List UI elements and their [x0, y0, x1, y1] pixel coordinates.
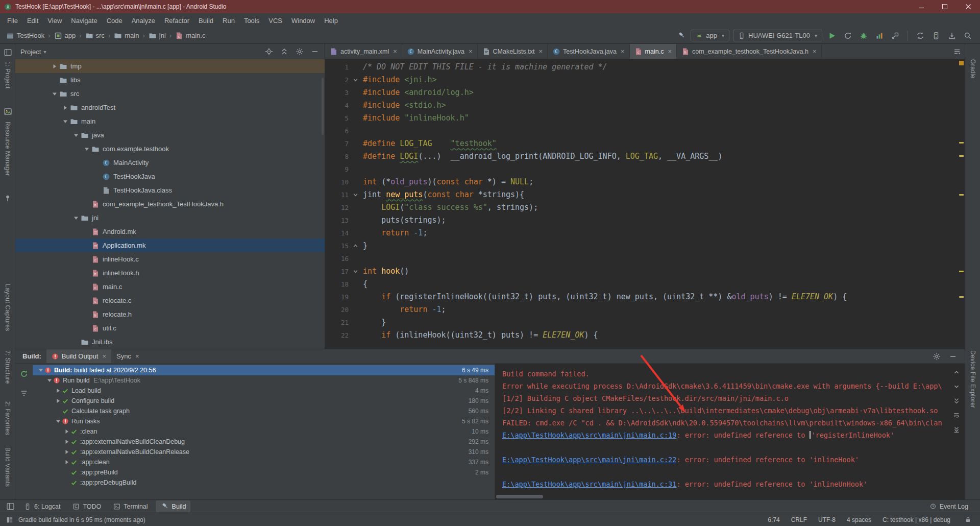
code-line[interactable]: 4#include <stdio.h> [325, 99, 965, 112]
debug-button[interactable] [857, 30, 870, 42]
menu-window[interactable]: Window [287, 15, 320, 27]
tree-item-libs[interactable]: libs [15, 73, 325, 87]
hide-button[interactable] [948, 352, 958, 361]
build-item-configure-build[interactable]: Configure build180 ms [33, 396, 495, 406]
avd-manager-button[interactable] [930, 30, 942, 42]
breadcrumb-main-c[interactable]: cmain.c [175, 32, 205, 40]
code-line[interactable]: 3#include <android/log.h> [325, 86, 965, 99]
minimize-button[interactable] [910, 0, 933, 13]
editor-tab-activity-main-xml[interactable]: activity_main.xml× [325, 44, 402, 59]
profile-button[interactable] [873, 30, 886, 42]
breadcrumb-main[interactable]: main [114, 32, 139, 40]
build-item-app-externalnativebuildcleanrelease[interactable]: :app:externalNativeBuildCleanRelease310 … [33, 447, 495, 457]
tool-window-switcher-icon[interactable] [6, 516, 13, 523]
close-tab-icon[interactable]: × [393, 48, 397, 55]
menu-tools[interactable]: Tools [239, 15, 264, 27]
tree-item-androidtest[interactable]: androidTest [15, 101, 325, 114]
tree-item-jni[interactable]: jni [15, 211, 325, 225]
fold-marker[interactable] [351, 269, 360, 274]
breadcrumb-app[interactable]: app [54, 32, 76, 40]
tree-item-relocate-c[interactable]: crelocate.c [15, 294, 325, 307]
file-encoding[interactable]: UTF-8 [818, 516, 836, 523]
apply-changes-button[interactable] [842, 30, 854, 42]
tree-item-java[interactable]: java [15, 128, 325, 142]
tool-button-gradle[interactable]: Gradle [965, 59, 980, 79]
build-item-run-tasks[interactable]: Run tasks5 s 82 ms [33, 416, 495, 426]
menu-refactor[interactable]: Refactor [160, 15, 194, 27]
caret-position[interactable]: 6:74 [768, 516, 779, 523]
tab-list-button[interactable] [949, 44, 965, 59]
tool-button-pin[interactable] [0, 194, 15, 202]
tool-button-terminal[interactable]: Terminal [109, 501, 152, 512]
tree-item-util-c[interactable]: cutil.c [15, 321, 325, 335]
editor-tab-cmakelists-txt[interactable]: CMakeLists.txt× [478, 44, 548, 59]
menu-navigate[interactable]: Navigate [66, 15, 102, 27]
chevron-down-button[interactable] [952, 382, 961, 391]
fold-marker[interactable] [351, 243, 360, 249]
menu-analyze[interactable]: Analyze [127, 15, 160, 27]
code-line[interactable]: 8#define LOGI(...) __android_log_print(A… [325, 150, 965, 163]
editor-tab-testhookjava-java[interactable]: CTestHookJava.java× [548, 44, 630, 59]
tool-button-6-logcat[interactable]: 6: Logcat [19, 501, 65, 512]
code-editor[interactable]: 1/* DO NOT EDIT THIS FILE - it is machin… [325, 59, 965, 349]
build-item-run-build[interactable]: Run build E:\app\TestHook5 s 848 ms [33, 375, 495, 386]
soft-wrap-button[interactable] [952, 411, 961, 420]
rerun-build-button[interactable] [18, 368, 30, 380]
run-config-selector[interactable]: app▾ [691, 30, 729, 41]
close-tab-icon[interactable]: × [102, 352, 106, 360]
build-tab-build-output[interactable]: Build Output× [46, 349, 111, 363]
menu-edit[interactable]: Edit [22, 15, 43, 27]
editor-tab-mainactivity-java[interactable]: CMainActivity.java× [402, 44, 478, 59]
inspections-indicator-icon[interactable] [959, 61, 964, 65]
locate-button[interactable] [264, 47, 274, 56]
close-tab-icon[interactable]: × [668, 48, 672, 55]
menu-vcs[interactable]: VCS [264, 15, 287, 27]
device-selector[interactable]: HUAWEI G621-TL00▾ [733, 30, 822, 41]
tree-item-relocate-h[interactable]: hrelocate.h [15, 307, 325, 321]
tool-button-project-tool[interactable] [0, 48, 15, 57]
breadcrumb-src[interactable]: src [85, 32, 105, 40]
project-scrollbar[interactable] [322, 78, 324, 135]
chevron-up-button[interactable] [952, 368, 961, 377]
search-everywhere-button[interactable] [962, 30, 974, 42]
fold-marker[interactable] [351, 192, 360, 198]
window-switcher-button[interactable] [4, 500, 16, 513]
tree-item-testhookjava-class[interactable]: TestHookJava.class [15, 183, 325, 197]
expand-all-button[interactable] [952, 396, 961, 405]
code-line[interactable]: 19 if (registerInlineHook((uint32_t) put… [325, 291, 965, 303]
tree-item-inlinehook-c[interactable]: cinlineHook.c [15, 252, 325, 266]
code-line[interactable]: 11jint new_puts(const char *strings){ [325, 188, 965, 201]
settings-button[interactable] [295, 47, 304, 56]
file-link[interactable]: E:\app\TestHook\app\src\main\jni\main.c:… [502, 431, 676, 439]
code-line[interactable]: 18{ [325, 278, 965, 291]
code-line[interactable]: 2#include <jni.h> [325, 74, 965, 86]
editor-error-stripe[interactable] [958, 59, 965, 349]
tree-item-tmp[interactable]: tmp [15, 59, 325, 73]
build-item-app-predebugbuild[interactable]: :app:preDebugBuild [33, 477, 495, 488]
editor-tab-main-c[interactable]: cmain.c× [630, 44, 677, 59]
build-hammer-button[interactable] [675, 30, 687, 42]
code-line[interactable]: 6 [325, 125, 965, 137]
tool-button-resource-manager[interactable] [0, 107, 15, 116]
scroll-end-button[interactable] [952, 425, 961, 434]
tree-item-com-example-testhook[interactable]: com.example.testhook [15, 142, 325, 156]
lock-button[interactable] [962, 514, 974, 526]
sync-project-button[interactable] [914, 30, 926, 42]
menu-run[interactable]: Run [218, 15, 239, 27]
hide-button[interactable] [310, 47, 320, 56]
tool-button-1-project[interactable]: 1: Project [0, 61, 15, 89]
build-tab-sync[interactable]: Sync× [111, 349, 144, 363]
tool-button-build-variants[interactable]: Build Variants [0, 447, 15, 487]
tool-button-event-log[interactable]: Event Log [925, 501, 973, 512]
indent-setting[interactable]: 4 spaces [847, 516, 871, 523]
breadcrumb-testhook[interactable]: TestHook [6, 32, 44, 40]
editor-tab-com-example-testhook-testhookjava-h[interactable]: hcom_example_testhook_TestHookJava.h× [677, 44, 822, 59]
tool-button-build[interactable]: Build [156, 500, 191, 512]
build-item-app-externalnativebuildcleandebug[interactable]: :app:externalNativeBuildCleanDebug292 ms [33, 437, 495, 447]
close-tab-icon[interactable]: × [135, 352, 139, 360]
build-item-app-prebuild[interactable]: :app:preBuild2 ms [33, 467, 495, 477]
code-line[interactable]: 5#include "inlineHook.h" [325, 112, 965, 125]
fold-marker[interactable] [351, 77, 360, 83]
project-panel-title[interactable]: Project [20, 48, 41, 56]
code-line[interactable]: 22 if (inlineHook((uint32_t) puts) != EL… [325, 329, 965, 342]
